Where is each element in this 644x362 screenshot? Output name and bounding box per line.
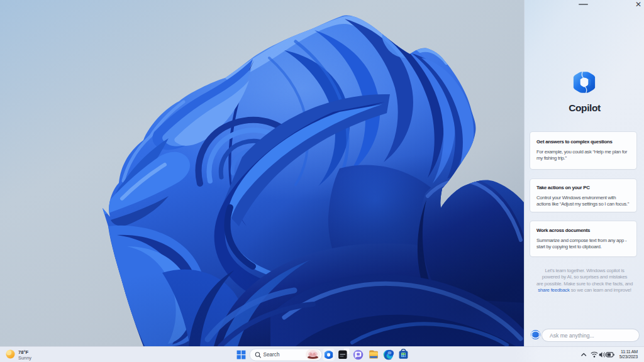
svg-text:Search: Search [264, 352, 280, 358]
